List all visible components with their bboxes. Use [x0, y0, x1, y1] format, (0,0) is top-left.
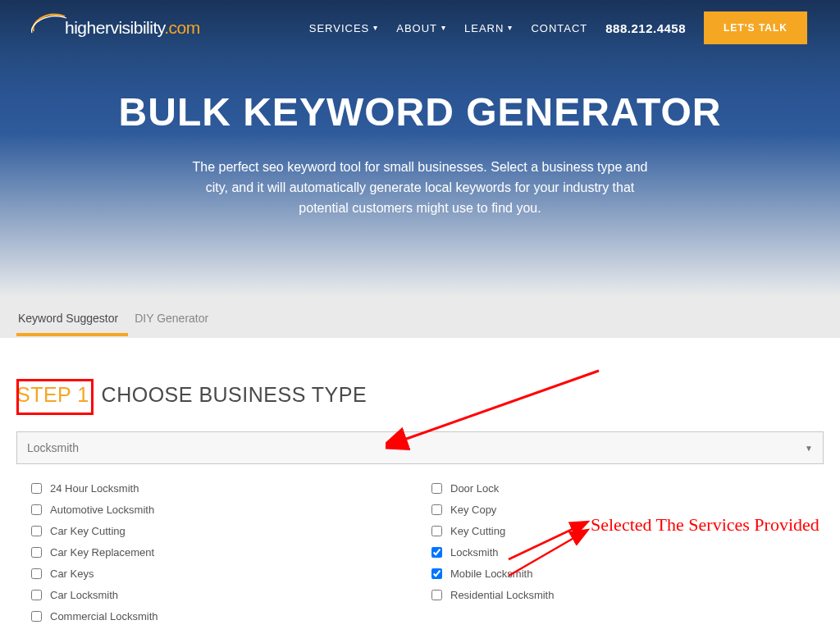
tab-bar: Keyword Suggestor DIY Generator — [0, 297, 840, 338]
service-checkbox[interactable] — [31, 526, 42, 536]
service-label: Mobile Locksmith — [450, 568, 532, 580]
brand-tld: .com — [164, 18, 200, 37]
nav-about[interactable]: ABOUT ▾ — [396, 22, 446, 34]
service-item[interactable]: Residential Locksmith — [431, 589, 824, 601]
logo-swoosh-icon — [29, 11, 68, 44]
service-label: Car Key Replacement — [50, 546, 154, 559]
service-label: Locksmith — [450, 546, 499, 559]
nav-learn-label: LEARN — [464, 22, 504, 34]
chevron-down-icon: ▾ — [441, 24, 446, 32]
service-item[interactable]: Car Locksmith — [31, 589, 423, 601]
nav-contact[interactable]: CONTACT — [531, 22, 587, 34]
service-item[interactable]: 24 Hour Locksmith — [31, 482, 423, 495]
service-label: Automotive Locksmith — [50, 504, 154, 516]
top-nav: highervisibility.com SERVICES ▾ ABOUT ▾ … — [0, 0, 840, 44]
nav-learn[interactable]: LEARN ▾ — [464, 22, 513, 34]
service-label: Car Keys — [50, 568, 94, 580]
service-label: Car Locksmith — [50, 589, 118, 601]
service-checkbox[interactable] — [431, 547, 442, 558]
business-type-selected: Locksmith — [27, 441, 79, 454]
services-grid: 24 Hour LocksmithAutomotive LocksmithCar… — [16, 482, 824, 632]
service-item[interactable]: Car Keys — [31, 568, 423, 580]
service-label: Residential Locksmith — [450, 589, 554, 601]
service-item[interactable]: Key Cutting — [431, 525, 824, 537]
services-col-right: Door LockKey CopyKey CuttingLocksmithMob… — [423, 482, 824, 632]
hero-content: BULK KEYWORD GENERATOR The perfect seo k… — [0, 44, 840, 218]
service-item[interactable]: Door Lock — [431, 482, 824, 495]
hero-section: highervisibility.com SERVICES ▾ ABOUT ▾ … — [0, 0, 840, 297]
content-area: STEP 1: CHOOSE BUSINESS TYPE Locksmith ▼… — [0, 338, 840, 632]
nav-about-label: ABOUT — [396, 22, 437, 34]
services-col-left: 24 Hour LocksmithAutomotive LocksmithCar… — [16, 482, 423, 632]
service-checkbox[interactable] — [31, 504, 42, 515]
page-title: BULK KEYWORD GENERATOR — [0, 89, 840, 135]
nav-right: SERVICES ▾ ABOUT ▾ LEARN ▾ CONTACT 888.2… — [309, 11, 807, 44]
nav-services[interactable]: SERVICES ▾ — [309, 22, 379, 34]
nav-services-label: SERVICES — [309, 22, 370, 34]
service-label: Car Key Cutting — [50, 525, 126, 537]
service-label: Key Copy — [450, 504, 496, 516]
service-checkbox[interactable] — [431, 483, 442, 494]
tab-keyword-suggestor[interactable]: Keyword Suggestor — [16, 299, 128, 336]
service-item[interactable]: Locksmith — [431, 546, 824, 559]
service-checkbox[interactable] — [431, 568, 442, 579]
service-item[interactable]: Mobile Locksmith — [431, 568, 824, 580]
service-label: 24 Hour Locksmith — [50, 482, 139, 495]
brand-name: highervisibility.com — [65, 18, 200, 38]
tab-diy-generator[interactable]: DIY Generator — [133, 299, 218, 335]
service-item[interactable]: Commercial Locksmith — [31, 610, 423, 622]
business-type-select[interactable]: Locksmith ▼ — [16, 431, 824, 464]
step-heading: STEP 1: CHOOSE BUSINESS TYPE — [16, 383, 367, 407]
brand-logo[interactable]: highervisibility.com — [29, 11, 200, 44]
lets-talk-button[interactable]: LET'S TALK — [704, 11, 807, 44]
service-item[interactable]: Car Key Replacement — [31, 546, 423, 559]
service-checkbox[interactable] — [431, 504, 442, 515]
service-checkbox[interactable] — [31, 611, 42, 622]
service-checkbox[interactable] — [431, 590, 442, 600]
service-label: Door Lock — [450, 482, 499, 495]
service-label: Key Cutting — [450, 525, 505, 537]
chevron-down-icon: ▾ — [373, 24, 378, 32]
nav-contact-label: CONTACT — [531, 22, 587, 34]
step-title: CHOOSE BUSINESS TYPE — [95, 383, 367, 406]
step-label: STEP 1: — [16, 383, 95, 406]
chevron-down-icon: ▾ — [508, 24, 513, 32]
svg-line-0 — [402, 371, 599, 440]
service-item[interactable]: Key Copy — [431, 504, 824, 516]
brand-name-text: highervisibility — [65, 18, 164, 37]
service-checkbox[interactable] — [31, 547, 42, 558]
dropdown-triangle-icon: ▼ — [805, 444, 813, 453]
service-checkbox[interactable] — [31, 483, 42, 494]
page-subtitle: The perfect seo keyword tool for small b… — [190, 157, 650, 218]
service-label: Commercial Locksmith — [50, 610, 158, 622]
service-checkbox[interactable] — [431, 526, 442, 536]
phone-number[interactable]: 888.212.4458 — [605, 21, 686, 35]
service-checkbox[interactable] — [31, 568, 42, 579]
service-checkbox[interactable] — [31, 590, 42, 600]
service-item[interactable]: Car Key Cutting — [31, 525, 423, 537]
service-item[interactable]: Automotive Locksmith — [31, 504, 423, 516]
